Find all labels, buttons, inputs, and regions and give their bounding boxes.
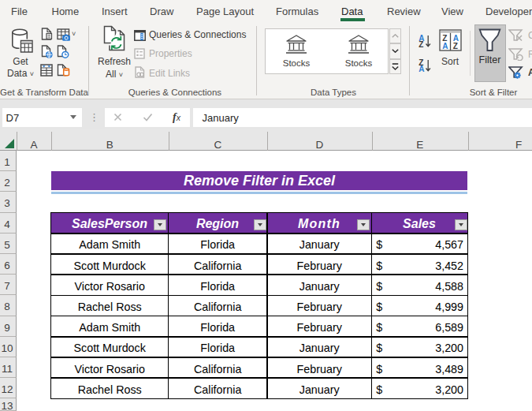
svg-text:Z: Z (452, 42, 457, 50)
svg-text:A: A (419, 65, 424, 73)
svg-text:Z: Z (419, 40, 423, 48)
svg-text:A: A (442, 42, 448, 50)
